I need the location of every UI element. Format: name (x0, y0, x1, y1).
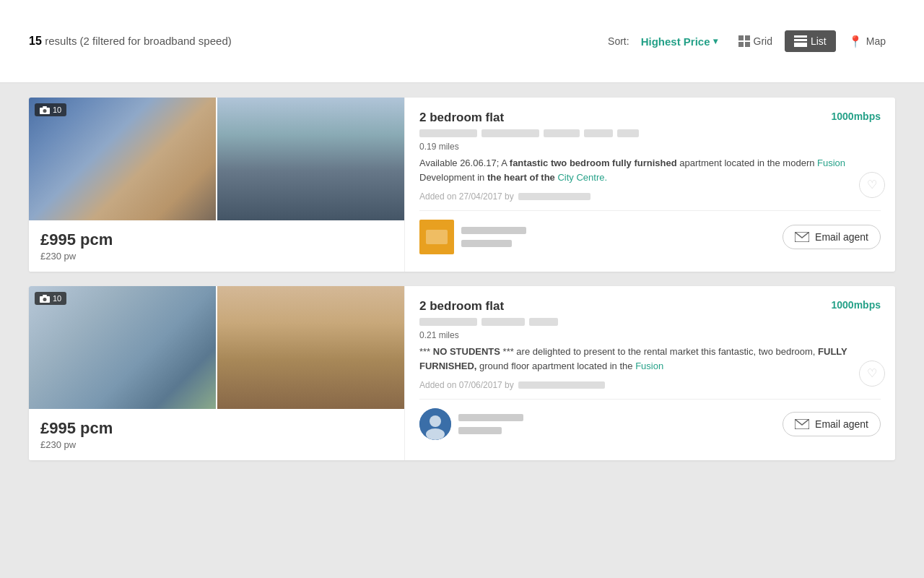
email-agent-label-2: Email agent (815, 418, 868, 430)
listing-type: 2 bedroom flat (419, 111, 504, 125)
listing-description-2: *** NO STUDENTS *** are delighted to pre… (419, 345, 881, 373)
listing-distance: 0.19 miles (419, 142, 881, 152)
listing-image-interior[interactable] (217, 98, 404, 220)
email-icon (795, 232, 809, 242)
sort-value: Highest Price (641, 35, 710, 48)
listing-left-panel: 10 £995 pcm £230 pw (29, 98, 404, 272)
sort-and-view-controls: Sort: Highest Price ▾ Grid (608, 30, 895, 53)
svg-point-18 (430, 415, 441, 427)
listing-price-section: £995 pcm £230 pw (29, 220, 404, 272)
svg-rect-6 (794, 43, 807, 45)
results-summary: 15 results (2 filtered for broadband spe… (29, 35, 232, 48)
results-count: 15 (29, 35, 42, 47)
listing-price-section-2: £995 pcm £230 pw (29, 409, 404, 460)
svg-rect-16 (43, 295, 47, 296)
sort-dropdown[interactable]: Highest Price ▾ (641, 35, 718, 48)
view-controls: Grid List 📍 Map (729, 30, 895, 53)
listing-images: 10 (29, 98, 404, 220)
favourite-button[interactable]: ♡ (859, 172, 885, 198)
agent-info-2 (419, 408, 523, 440)
photo-count-2: 10 (53, 294, 61, 303)
price-pw: £230 pw (40, 251, 393, 262)
listing-address-2 (419, 318, 881, 326)
listing-image-interior-2[interactable] (217, 286, 404, 409)
map-view-button[interactable]: 📍 Map (839, 30, 895, 53)
listing-added-2: Added on 07/06/2017 by (419, 380, 881, 390)
camera-icon (40, 106, 50, 114)
svg-rect-12 (426, 230, 448, 244)
email-agent-label: Email agent (815, 231, 868, 243)
svg-rect-10 (43, 106, 47, 108)
photo-count: 10 (53, 105, 61, 114)
listing-details-2: 2 bedroom flat 1000mbps 0.21 miles *** N… (404, 286, 895, 460)
svg-rect-5 (794, 39, 807, 41)
sort-label: Sort: (608, 35, 629, 47)
speed-badge-2: 1000mbps (832, 299, 881, 311)
svg-point-19 (426, 428, 445, 440)
svg-point-15 (43, 298, 47, 301)
chevron-down-icon: ▾ (713, 36, 718, 46)
price-pcm: £995 pcm (40, 230, 393, 249)
listing-description: Available 26.06.17; A fantastic two bedr… (419, 156, 881, 184)
agent-name-2 (458, 414, 523, 434)
email-agent-button[interactable]: Email agent (783, 225, 881, 249)
favourite-button-2[interactable]: ♡ (859, 361, 885, 387)
price-pw-2: £230 pw (40, 439, 393, 450)
listing-header-2: 2 bedroom flat 1000mbps (419, 299, 881, 314)
map-label: Map (866, 35, 886, 47)
listing-added: Added on 27/04/2017 by (419, 191, 881, 202)
agent-info (419, 220, 526, 254)
listing-footer: Email agent (419, 210, 881, 254)
listing-type-2: 2 bedroom flat (419, 299, 504, 314)
listings-content: 10 £995 pcm £230 pw 2 bedroom flat 1000m… (0, 83, 924, 489)
agent-logo-2 (419, 408, 451, 440)
svg-rect-4 (794, 35, 807, 38)
added-date-text: Added on 27/04/2017 by (419, 191, 514, 202)
top-bar: 15 results (2 filtered for broadband spe… (0, 0, 924, 83)
page-wrapper: 15 results (2 filtered for broadband spe… (0, 0, 924, 489)
speed-badge: 1000mbps (832, 111, 881, 122)
grid-label: Grid (754, 35, 772, 47)
list-icon (794, 35, 807, 47)
listing-header: 2 bedroom flat 1000mbps (419, 111, 881, 125)
svg-rect-2 (738, 42, 744, 47)
agent-logo (419, 220, 454, 254)
svg-rect-0 (738, 35, 744, 40)
listing-image-exterior-2[interactable]: 10 (29, 286, 217, 409)
grid-view-button[interactable]: Grid (729, 30, 782, 52)
grid-icon (738, 35, 750, 47)
map-pin-icon: 📍 (848, 35, 863, 48)
svg-rect-1 (745, 35, 750, 40)
list-view-button[interactable]: List (785, 30, 836, 52)
email-agent-button-2[interactable]: Email agent (783, 412, 881, 436)
list-label: List (811, 35, 827, 47)
listing-distance-2: 0.21 miles (419, 330, 881, 340)
listing-footer-2: Email agent (419, 399, 881, 440)
listing-card: 10 £995 pcm £230 pw 2 bedroom flat 1000m… (29, 98, 895, 272)
results-subtitle: results (2 filtered for broadband speed) (45, 35, 231, 47)
listing-card-2: 10 £995 pcm £230 pw 2 bedroom flat 1000m… (29, 286, 895, 460)
svg-rect-7 (794, 45, 807, 47)
listing-images-2: 10 (29, 286, 404, 409)
price-pcm-2: £995 pcm (40, 419, 393, 438)
camera-badge: 10 (35, 103, 66, 116)
camera-icon-2 (40, 295, 50, 303)
svg-point-9 (43, 109, 47, 113)
svg-rect-3 (745, 42, 750, 47)
agent-name (461, 227, 526, 247)
listing-image-exterior[interactable]: 10 (29, 98, 217, 220)
listing-details: 2 bedroom flat 1000mbps 0.19 miles Avail… (404, 98, 895, 272)
listing-left-panel-2: 10 £995 pcm £230 pw (29, 286, 404, 460)
email-icon-2 (795, 419, 809, 429)
camera-badge-2: 10 (35, 292, 66, 305)
added-date-text-2: Added on 07/06/2017 by (419, 380, 514, 390)
listing-address (419, 129, 881, 137)
